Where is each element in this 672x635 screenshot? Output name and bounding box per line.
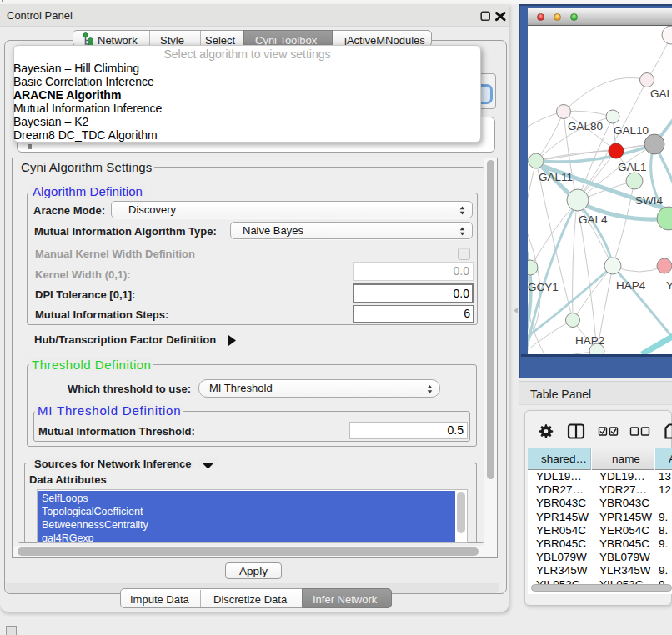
svg-text:GAL4: GAL4 — [579, 213, 608, 226]
svg-text:HAP4: HAP4 — [616, 279, 646, 292]
svg-text:GAL1: GAL1 — [618, 161, 647, 173]
svg-text:HAP2: HAP2 — [575, 334, 604, 347]
svg-text:GCY1: GCY1 — [528, 281, 559, 293]
svg-text:SWI4: SWI4 — [635, 194, 663, 207]
svg-text:GAL11: GAL11 — [539, 171, 573, 183]
svg-text:Y: Y — [666, 279, 672, 292]
svg-text:GAL10: GAL10 — [614, 124, 649, 137]
svg-text:GAL80: GAL80 — [568, 120, 603, 132]
svg-text:GAL: GAL — [650, 88, 672, 100]
